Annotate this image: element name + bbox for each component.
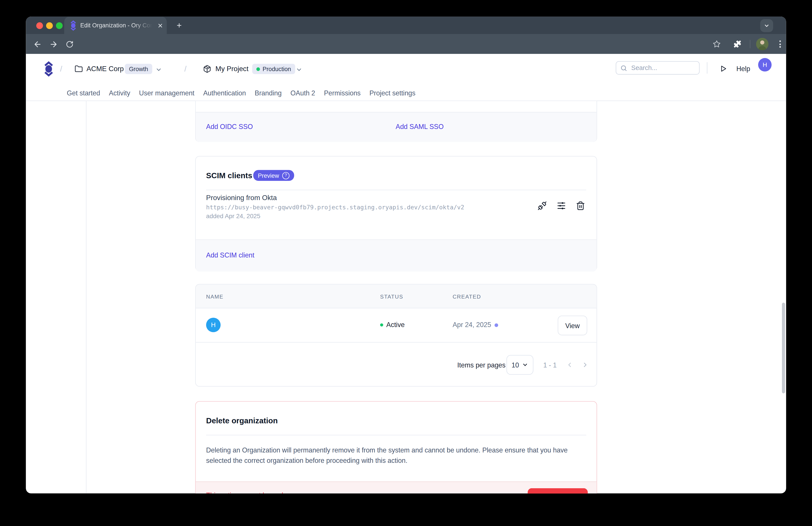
sso-card: Add OIDC SSO Add SAML SSO bbox=[195, 101, 597, 142]
created-date: Apr 24, 2025 bbox=[452, 321, 491, 329]
tab-strip: Edit Organization - Ory Conso bbox=[26, 17, 786, 34]
delete-card-divider bbox=[206, 435, 586, 435]
search-input[interactable] bbox=[630, 64, 695, 72]
nav-item-project-settings[interactable]: Project settings bbox=[369, 89, 416, 97]
nav-item-activity[interactable]: Activity bbox=[109, 89, 130, 97]
scim-card-title: SCIM clients bbox=[206, 171, 252, 180]
play-icon[interactable] bbox=[719, 65, 727, 72]
browser-toolbar: console.staging.ory.dev/projects/d087b7a… bbox=[26, 34, 786, 54]
workspace-plan-badge: Growth bbox=[125, 64, 153, 74]
test-connection-plug-icon[interactable] bbox=[537, 201, 547, 211]
workspace-chevron-down-icon[interactable] bbox=[155, 66, 162, 73]
ory-favicon-icon bbox=[69, 20, 77, 31]
configure-sliders-icon[interactable] bbox=[557, 201, 566, 211]
page-range: 1 - 1 bbox=[543, 361, 557, 369]
back-icon[interactable] bbox=[31, 38, 43, 50]
close-tab-icon[interactable] bbox=[157, 22, 164, 29]
status-label: Active bbox=[386, 321, 405, 329]
project-nav: Get started Activity User management Aut… bbox=[67, 84, 416, 102]
production-status-dot bbox=[257, 67, 260, 71]
close-window-button[interactable] bbox=[36, 22, 43, 29]
next-page-icon[interactable] bbox=[582, 361, 589, 369]
page-size-value: 10 bbox=[511, 361, 519, 369]
maximize-window-button[interactable] bbox=[56, 22, 63, 29]
breadcrumb-separator: / bbox=[60, 64, 62, 73]
nav-item-authentication[interactable]: Authentication bbox=[203, 89, 246, 97]
browser-tab[interactable]: Edit Organization - Ory Conso bbox=[64, 17, 167, 34]
browser-profile-avatar[interactable] bbox=[756, 38, 768, 50]
delete-organization-card: Delete organization Deleting an Organiza… bbox=[195, 401, 597, 494]
nav-item-permissions[interactable]: Permissions bbox=[324, 89, 361, 97]
add-oidc-sso-link[interactable]: Add OIDC SSO bbox=[206, 123, 253, 130]
active-status-dot bbox=[380, 323, 383, 326]
column-created: CREATED bbox=[452, 293, 481, 299]
pagination: Items per pages 10 1 - 1 bbox=[196, 342, 597, 387]
sso-card-footer: Add OIDC SSO Add SAML SSO bbox=[196, 112, 597, 142]
nav-item-branding[interactable]: Branding bbox=[255, 89, 281, 97]
app-header: / ACME Corp Growth / bbox=[26, 54, 786, 84]
page-scrollbar-thumb[interactable] bbox=[782, 303, 785, 394]
extensions-puzzle-icon[interactable] bbox=[731, 38, 744, 50]
scim-client-url: https://busy-beaver-gqwvd0fb79.projects.… bbox=[206, 203, 464, 211]
project-name[interactable]: My Project bbox=[215, 65, 248, 72]
delete-card-footer: This action cannot be undone. Delete org… bbox=[196, 481, 597, 493]
scim-client-name: Provisioning from Okta bbox=[206, 194, 277, 202]
ory-console-page: / ACME Corp Growth / bbox=[26, 54, 786, 493]
created-indicator-dot bbox=[494, 323, 498, 327]
screen: Edit Organization - Ory Conso bbox=[0, 0, 812, 526]
toolbar-divider bbox=[750, 40, 750, 48]
delete-warning-text: This action cannot be undone. bbox=[206, 491, 296, 493]
nav-item-user-management[interactable]: User management bbox=[139, 89, 194, 97]
header-divider bbox=[707, 62, 707, 74]
preview-badge-label: Preview bbox=[258, 172, 279, 179]
bookmark-star-icon[interactable] bbox=[710, 38, 723, 50]
project-env-badge: Production bbox=[252, 64, 295, 74]
previous-page-icon[interactable] bbox=[566, 361, 573, 369]
add-saml-sso-link[interactable]: Add SAML SSO bbox=[396, 123, 444, 130]
minimize-window-button[interactable] bbox=[46, 22, 53, 29]
scim-card-footer: Add SCIM client bbox=[196, 239, 597, 272]
org-avatar: H bbox=[206, 318, 221, 332]
breadcrumb-separator: / bbox=[184, 64, 186, 73]
forward-icon[interactable] bbox=[47, 38, 60, 50]
help-link[interactable]: Help bbox=[736, 65, 750, 72]
sidebar-divider bbox=[86, 101, 87, 494]
search-input-wrapper bbox=[615, 61, 699, 75]
table-row: H Active Apr 24, 2025 View bbox=[196, 308, 597, 342]
column-status: STATUS bbox=[380, 293, 403, 299]
browser-menu-icon[interactable] bbox=[773, 38, 786, 50]
organizations-table-card: NAME STATUS CREATED H Active Apr 24, 202… bbox=[195, 284, 597, 387]
nav-item-oauth2[interactable]: OAuth 2 bbox=[290, 89, 315, 97]
delete-card-title: Delete organization bbox=[206, 416, 278, 425]
user-avatar[interactable]: H bbox=[758, 58, 772, 72]
delete-card-description: Deleting an Organization will permanentl… bbox=[206, 445, 569, 466]
package-icon bbox=[203, 65, 212, 73]
ory-logo-icon[interactable] bbox=[43, 61, 55, 76]
add-scim-client-link[interactable]: Add SCIM client bbox=[206, 251, 255, 259]
scim-card-divider bbox=[206, 190, 586, 190]
tab-title: Edit Organization - Ory Conso bbox=[80, 22, 154, 28]
select-chevron-down-icon bbox=[522, 362, 528, 368]
browser-window: Edit Organization - Ory Conso bbox=[26, 17, 786, 493]
column-name: NAME bbox=[206, 293, 223, 299]
help-circle-icon: ? bbox=[282, 172, 290, 179]
table-header: NAME STATUS CREATED bbox=[196, 284, 597, 308]
folder-icon bbox=[75, 65, 83, 73]
delete-organization-button[interactable]: Delete organization bbox=[527, 488, 588, 493]
scim-client-added-date: added Apr 24, 2025 bbox=[206, 212, 260, 220]
workspace-name[interactable]: ACME Corp bbox=[87, 65, 124, 72]
search-icon bbox=[621, 65, 627, 71]
nav-item-get-started[interactable]: Get started bbox=[67, 89, 100, 97]
view-button[interactable]: View bbox=[558, 315, 588, 335]
preview-badge[interactable]: Preview ? bbox=[253, 170, 294, 181]
new-tab-button[interactable] bbox=[173, 19, 185, 32]
project-env-label: Production bbox=[263, 66, 291, 72]
tab-search-chevron-button[interactable] bbox=[760, 19, 773, 32]
page-size-select[interactable]: 10 bbox=[506, 355, 533, 375]
items-per-page-label: Items per pages bbox=[457, 361, 506, 369]
delete-trash-icon[interactable] bbox=[576, 201, 585, 211]
project-chevron-down-icon[interactable] bbox=[296, 66, 303, 73]
reload-icon[interactable] bbox=[63, 38, 75, 50]
scim-clients-card: SCIM clients Preview ? Provisioning from… bbox=[195, 156, 597, 271]
